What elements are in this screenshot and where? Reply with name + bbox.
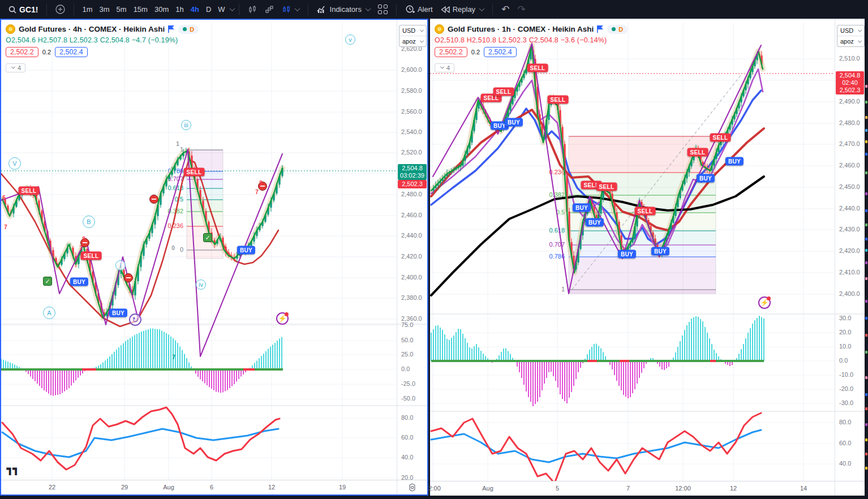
time-axis-label: 22 xyxy=(35,484,69,491)
price-chart-canvas-4h[interactable]: 10.7860.7070.6180.50.3820.2360 xyxy=(1,20,427,494)
watchlist-color-mark xyxy=(865,453,867,455)
rsi-axis-label: 80.0 xyxy=(401,414,413,421)
axis-settings-corner[interactable] xyxy=(397,480,427,494)
sell-tag: SELL xyxy=(493,88,514,96)
watchlist-color-mark xyxy=(865,334,867,337)
timeframe-3m[interactable]: 3m xyxy=(96,3,113,16)
wave-label: V xyxy=(8,157,21,170)
no-entry-icon: − xyxy=(124,273,133,282)
chart-style-renko-button[interactable] xyxy=(261,2,278,17)
price-scale-settings: USD apoz xyxy=(399,25,427,47)
wave-count-label: 8 xyxy=(82,236,85,242)
price-axis-label: 2,480.0 xyxy=(839,119,860,126)
wave-label: B xyxy=(83,216,95,228)
unit-dropdown[interactable]: apoz xyxy=(837,36,864,46)
macd-axis-label: 10.0 xyxy=(839,343,851,350)
wave-label: A xyxy=(43,307,55,319)
axis-corner[interactable] xyxy=(835,481,865,496)
macd-axis-label: 30.0 xyxy=(839,315,851,321)
wave-count-label: 7 xyxy=(4,224,7,230)
lightning-icon[interactable]: ⚡ xyxy=(758,296,771,309)
sell-tag: SELL xyxy=(687,148,708,157)
timeframe-5m[interactable]: 5m xyxy=(113,3,130,16)
no-entry-icon: − xyxy=(149,195,158,204)
wave-count-label: 7 xyxy=(255,189,259,195)
ask-price-box[interactable]: 2,502.4 xyxy=(484,47,517,57)
chart-legend-1h: Gold Futures · 1h · COMEX · Heikin Ashi … xyxy=(435,24,628,72)
legend-collapse-button[interactable]: 4 xyxy=(6,63,25,72)
time-axis-1h[interactable]: 12:00Aug5712:001214 xyxy=(430,481,865,496)
rsi-axis-label: 60.0 xyxy=(401,434,413,441)
bid-price-box[interactable]: 2,502.2 xyxy=(435,47,467,57)
wave-count-label: 8 xyxy=(259,180,263,186)
currency-dropdown[interactable]: USD xyxy=(837,25,864,36)
macd-axis-label: -50.0 xyxy=(401,395,415,402)
wave-count-label: 7 xyxy=(172,354,175,360)
macd-axis-label: 50.0 xyxy=(401,337,413,343)
chart-panel-1h[interactable]: 0.2360.3820.50.6180.7070.7861 Gold Futur… xyxy=(430,19,865,496)
timeframe-group: 1m3m5m15m30m1h4hDW xyxy=(79,3,228,16)
timeframe-W[interactable]: W xyxy=(214,3,228,16)
layout-templates-button[interactable] xyxy=(374,2,392,17)
price-axis-label: 2,450.0 xyxy=(839,183,860,190)
indicators-icon xyxy=(317,5,327,14)
spread-value: 0.2 xyxy=(471,49,480,55)
chart-style-heikin-ashi-button[interactable] xyxy=(278,2,303,17)
macd-axis-label: -25.0 xyxy=(401,380,415,387)
macd-axis-label: 0.0 xyxy=(401,365,410,372)
buy-tag: BUY xyxy=(651,247,669,256)
add-symbol-button[interactable] xyxy=(51,2,69,17)
flag-icon[interactable] xyxy=(168,25,175,33)
wave-label: iv xyxy=(196,279,206,290)
timeframe-15m[interactable]: 15m xyxy=(130,3,151,16)
gold-coin-icon xyxy=(435,24,444,34)
watchlist-color-mark xyxy=(865,300,867,303)
chart-style-candles-button[interactable] xyxy=(244,2,261,17)
ask-price-box[interactable]: 2,502.4 xyxy=(55,47,88,57)
time-axis-label: Aug xyxy=(471,485,505,492)
symbol-search[interactable]: GC1! xyxy=(5,2,42,17)
svg-text:0.707: 0.707 xyxy=(549,241,565,248)
time-axis-label: 14 xyxy=(787,485,820,492)
watchlist-color-mark xyxy=(865,238,867,240)
legend-collapse-button[interactable]: 4 xyxy=(435,63,454,72)
time-axis-label: 7 xyxy=(611,485,645,492)
unit-dropdown[interactable]: apoz xyxy=(399,36,426,46)
buy-tag: BUY xyxy=(573,204,591,212)
timeframe-1h[interactable]: 1h xyxy=(172,3,187,16)
chevron-down-icon[interactable] xyxy=(229,6,235,11)
lightning-icon[interactable]: ⚡ xyxy=(276,312,289,325)
timeframe-30m[interactable]: 30m xyxy=(151,3,172,16)
circular-arrow-icon[interactable]: ↻ xyxy=(129,313,141,326)
market-open-dot-icon xyxy=(183,27,187,31)
rsi-axis-label: 60.0 xyxy=(839,440,851,446)
price-axis-label: 2,460.0 xyxy=(839,162,860,169)
undo-button[interactable]: ↶ xyxy=(497,2,513,17)
indicators-button[interactable]: Indicators xyxy=(313,2,374,17)
alert-button[interactable]: Alert xyxy=(401,2,437,17)
replay-button[interactable]: Replay xyxy=(437,2,488,17)
gear-icon xyxy=(408,483,416,492)
timeframe-4h[interactable]: 4h xyxy=(187,3,203,16)
price-axis-label: 2,480.0 xyxy=(401,191,422,197)
price-axis-4h[interactable]: USD apoz 2,620.02,600.02,580.02,560.02,5… xyxy=(397,20,427,480)
price-axis-label: 2,490.0 xyxy=(839,98,860,105)
right-edge-strip xyxy=(865,19,868,496)
price-axis-label: 2,410.0 xyxy=(839,269,860,276)
redo-button[interactable]: ↷ xyxy=(513,2,529,17)
time-axis-label: 6 xyxy=(195,484,229,491)
timeframe-D[interactable]: D xyxy=(203,3,214,16)
ohlc-readout: O2,510.8 H2,510.8 L2,502.3 C2,504.8 −3.6… xyxy=(435,36,628,44)
flag-icon[interactable] xyxy=(597,25,604,33)
svg-text:1: 1 xyxy=(561,286,565,292)
price-axis-label: 2,560.0 xyxy=(401,108,422,115)
timeframe-1m[interactable]: 1m xyxy=(79,3,96,16)
macd-axis-label: 20.0 xyxy=(839,329,851,335)
price-axis-1h[interactable]: USD apoz 2,510.02,490.02,480.02,470.02,4… xyxy=(835,20,865,481)
chart-panel-4h[interactable]: 10.7860.7070.6180.50.3820.2360 Gold Futu… xyxy=(0,19,428,496)
time-axis-4h[interactable]: 2229Aug61219 xyxy=(1,480,427,494)
watchlist-color-mark xyxy=(865,438,867,441)
currency-dropdown[interactable]: USD xyxy=(399,25,426,36)
sell-tag: SELL xyxy=(710,134,731,142)
bid-price-box[interactable]: 2,502.2 xyxy=(6,47,38,57)
